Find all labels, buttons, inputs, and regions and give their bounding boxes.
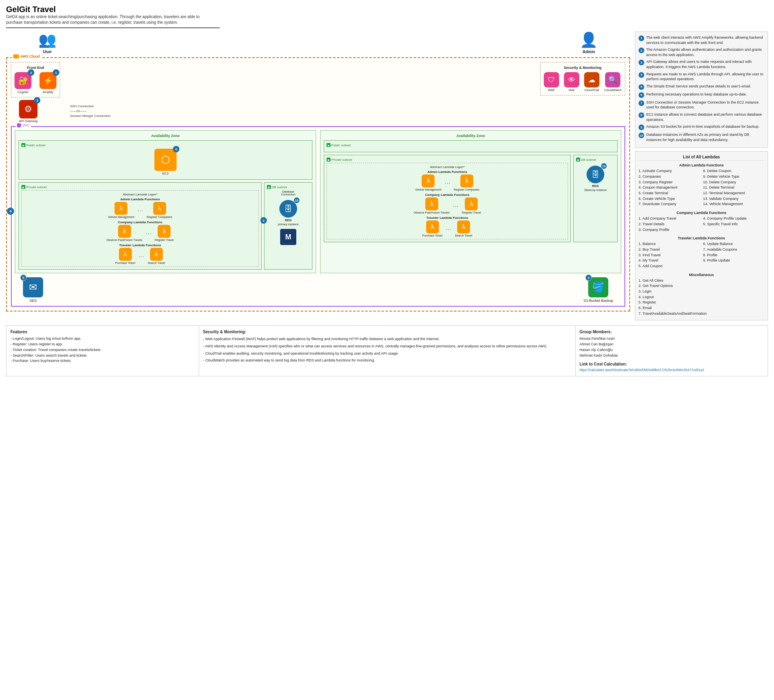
lambdas-box: List of All Lambdas Admin Lambda Functio…	[635, 151, 768, 320]
list-item: 1. Add Company Travel	[639, 216, 700, 221]
misc-list: 1. Get All Cities2. Get Travel Options3.…	[639, 278, 764, 316]
user-figure-user: 👥 User	[38, 31, 56, 54]
list-item: Mousa Farshkar Azari	[580, 336, 764, 341]
security-item: - CloudWatch provides an automated way t…	[203, 358, 571, 363]
frontend-label: Front End	[15, 66, 56, 70]
az1-public-label: ▣ Public subnet	[21, 143, 310, 147]
list-item: 3. Company Register	[639, 180, 700, 185]
az2-dots-2: ···	[453, 203, 459, 209]
az1-private-icon: ▣	[21, 185, 25, 189]
list-item: 7. Available Coupons	[703, 247, 764, 252]
badge-4: 4	[7, 208, 14, 215]
aws-cloud-icon	[13, 54, 19, 58]
s3-icon: 🪣	[588, 277, 608, 297]
az2-search-travel: λ Search Travel	[455, 220, 472, 237]
members-list: Mousa Farshkar AzariAhmet Can BağırganHa…	[580, 336, 764, 358]
waf-icon: 🛡	[544, 72, 559, 87]
frontend-box: Front End 🔐 2 Cognito	[11, 62, 60, 98]
az1-company-label: Company Lambda Functions	[24, 220, 256, 224]
badge-6: 6	[260, 217, 267, 224]
iam-label: IAM	[569, 88, 574, 92]
az1-lambda-icon-1: λ	[114, 202, 127, 215]
explanation-badge-9: 9	[639, 125, 644, 130]
list-item: 3. Find Travel	[639, 253, 700, 258]
az1-rdsm-icon: M	[280, 229, 296, 245]
vpc-label: VPC	[16, 123, 31, 127]
explanation-badge-1: 1	[639, 35, 644, 41]
list-item: 13. Validate Company	[703, 197, 764, 201]
explanation-item-3: 3API Gateway allows end users to make re…	[639, 59, 764, 69]
frontend-icons: 🔐 2 Cognito ⚡ 1 A	[15, 72, 56, 94]
explanation-badge-5: 5	[639, 84, 644, 90]
list-item: 1. Get All Cities	[639, 278, 764, 283]
traveler-lambda-section-title: Traveler Lambda Functions	[639, 236, 764, 240]
list-item: 1. Balance	[639, 242, 700, 247]
az2-public-subnet: ▣ Public subnet	[324, 140, 618, 152]
az1-reg-travel-label: Register Travel	[155, 239, 174, 241]
list-item: 10. Delete Company	[703, 180, 764, 185]
az2-lambda-icon-6: λ	[457, 220, 470, 233]
traveler-lambdas-cols: 1. Balance2. Buy Travel3. Find Travel4. …	[639, 242, 764, 269]
az2-rds-label: RDS	[592, 184, 599, 188]
az2-private-subnet: ▣ Private subnet Abstract Lambda Layer* …	[324, 155, 571, 242]
api-gateway-wrapper: ⚙ 3 API Gateway	[19, 100, 38, 123]
az2-rds-block: 🗄 10 RDS Stand-by instance	[576, 166, 615, 191]
admin-lambdas-cols: 1. Activate Company2. Companies3. Compan…	[639, 169, 764, 208]
az2-lambda-icon-2: λ	[460, 174, 473, 187]
list-item: - Purchase: Users buy/reserve tickets	[10, 359, 195, 364]
list-item: 4. Company Profile Update	[703, 216, 764, 221]
list-item: - Ticket creation: Travel companies crea…	[10, 348, 195, 353]
az2-private-icon: ▣	[327, 158, 331, 162]
az1-purchase-label: Purchase Ticket	[115, 262, 135, 264]
az1-search-travel: λ Search Travel	[148, 248, 165, 264]
az1-vehicle-label: Vehicle Management	[108, 216, 134, 218]
az2-reg-travel: λ Register Travel	[462, 197, 481, 214]
users-row: 👥 User 👤 Admin	[6, 31, 630, 57]
traveler-lambdas-col1: 1. Balance2. Buy Travel3. Find Travel4. …	[639, 242, 700, 269]
amplify-badge: 1	[53, 69, 59, 76]
api-gateway-row: ⚙ 3 API Gateway SSH Connection ——Or—— Se…	[11, 100, 625, 123]
list-item: 4. Coupon Management	[639, 185, 700, 190]
explanation-text-1: The web client interacts with AWS Amplif…	[646, 35, 764, 45]
explanation-text-3: API Gateway allows end users to make req…	[646, 59, 764, 69]
ec2-icon: ⬡	[154, 149, 177, 171]
cost-calc-title: Link to Cost Calculation:	[580, 362, 764, 366]
explanation-badge-8: 8	[639, 112, 644, 118]
az1-dots-2: ···	[146, 230, 152, 237]
az2-lambda-icon-5: λ	[426, 220, 439, 233]
az1-lambda-icon-6: λ	[150, 248, 163, 261]
az1-lambda-icon-2: λ	[153, 202, 166, 215]
list-item: 2. Get Travel Options	[639, 284, 764, 289]
az2-lambda-layer: Abstract Lambda Layer* Admin Lambda Func…	[327, 163, 568, 239]
az1-company-lambdas: λ Observe Past/Future Travels ··· λ Regi…	[24, 225, 256, 241]
explanation-badge-7: 7	[639, 100, 644, 106]
az2-purchase-ticket: λ Purchase Ticket	[422, 220, 443, 237]
az2-reg-travel-label: Register Travel	[462, 211, 481, 214]
company-lambdas-col2: 4. Company Profile Update5. Specific Tra…	[703, 216, 764, 233]
az2-observe-travels: λ Observe Past/Future Travels	[414, 197, 449, 214]
explanation-badge-2: 2	[639, 48, 644, 53]
features-title: Features	[10, 330, 195, 334]
explanation-text-10: Database instances in different AZs as p…	[646, 132, 764, 142]
bottom-section: Features - Login/Logout: Users log in/ou…	[6, 325, 768, 376]
az1-reg-travel: λ Register Travel	[155, 225, 174, 241]
az2-reg-companies-label: Register Companies	[454, 188, 479, 191]
explanation-badge-6: 6	[639, 92, 644, 98]
cost-calc-link: https://calculator.aws/#/estimate?id=900…	[580, 368, 764, 372]
cloudwatch-icon: 🔍	[605, 72, 620, 87]
list-item: 5. Register	[639, 300, 764, 305]
az-1: Availability Zone ▣ Public subnet	[15, 130, 316, 273]
list-item: - Login/Logout: Users log in/out to/from…	[10, 336, 195, 341]
security-item: - CloudTrail enables auditing, security …	[203, 351, 571, 356]
waf-block: 🛡 WAF	[544, 72, 559, 92]
az2-rds-badge: 10	[601, 163, 607, 169]
explanation-item-7: 7SSH Connection or Session Manager Conne…	[639, 100, 764, 110]
az1-dots-1: ···	[137, 207, 144, 214]
ses-block: ✉ 5 SES	[23, 277, 43, 303]
admin-lambdas-col1: 1. Activate Company2. Companies3. Compan…	[639, 169, 700, 208]
ec2-block: ⬡ 8 EC2	[154, 149, 177, 175]
az2-lambda-layer-label: Abstract Lambda Layer*	[329, 165, 566, 169]
ec2-badge: 8	[173, 146, 179, 152]
list-item: - Register: Users register to app.	[10, 342, 195, 347]
az1-lambda-layer-label: Abstract Lambda Layer*	[24, 193, 256, 196]
